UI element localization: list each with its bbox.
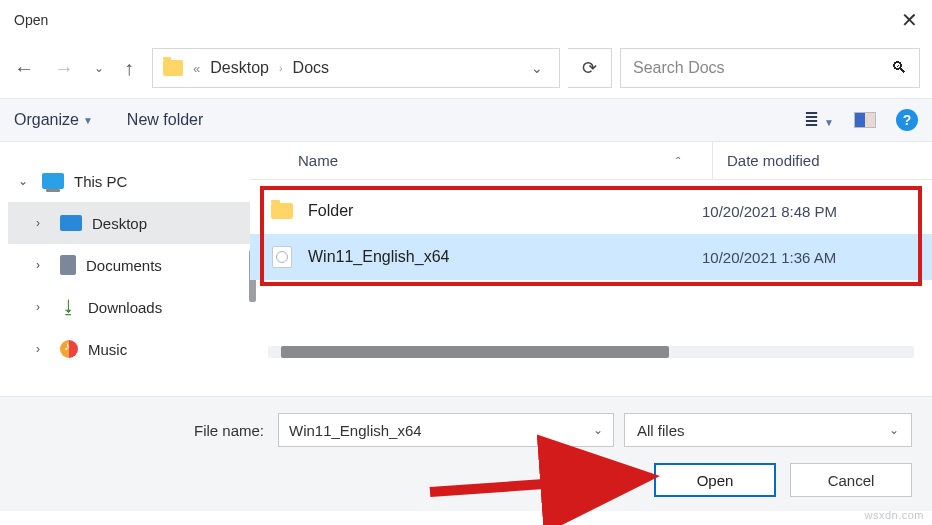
cancel-button[interactable]: Cancel bbox=[790, 463, 912, 497]
column-headers: Name ⌃ Date modified bbox=[250, 142, 932, 180]
file-row-iso[interactable]: Win11_English_x64 10/20/2021 1:36 AM bbox=[250, 234, 932, 280]
chevron-down-icon: ▼ bbox=[83, 115, 93, 126]
chevron-right-icon: › bbox=[36, 258, 50, 272]
nav-row: ← → ⌄ ↑ « Desktop › Docs ⌄ ⟳ Search Docs… bbox=[0, 38, 932, 98]
sidebar-item-label: Downloads bbox=[88, 299, 162, 316]
sidebar: ⌄ This PC › Desktop › Documents › ⭳ Down… bbox=[0, 142, 250, 396]
chevron-down-icon[interactable]: ⌄ bbox=[531, 60, 543, 76]
breadcrumb-root[interactable]: Desktop bbox=[210, 59, 269, 77]
dialog-title: Open bbox=[14, 12, 48, 28]
music-icon bbox=[60, 340, 78, 358]
search-placeholder: Search Docs bbox=[633, 59, 725, 77]
folder-icon bbox=[163, 60, 183, 76]
horizontal-scrollbar[interactable] bbox=[268, 346, 914, 358]
filename-value: Win11_English_x64 bbox=[289, 422, 422, 439]
new-folder-button[interactable]: New folder bbox=[127, 111, 203, 129]
file-date: 10/20/2021 1:36 AM bbox=[702, 249, 932, 266]
filename-label: File name: bbox=[194, 422, 264, 439]
filetype-select[interactable]: All files ⌄ bbox=[624, 413, 912, 447]
search-input[interactable]: Search Docs 🔍︎ bbox=[620, 48, 920, 88]
refresh-icon: ⟳ bbox=[582, 57, 597, 79]
filetype-value: All files bbox=[637, 422, 685, 439]
footer: File name: Win11_English_x64 ⌄ All files… bbox=[0, 396, 932, 511]
disc-image-icon bbox=[272, 246, 292, 268]
help-icon[interactable]: ? bbox=[896, 109, 918, 131]
chevron-right-icon: › bbox=[279, 62, 283, 74]
toolbar: Organize ▼ New folder ≣ ▼ ? bbox=[0, 98, 932, 142]
breadcrumb-current[interactable]: Docs bbox=[293, 59, 329, 77]
close-icon[interactable]: ✕ bbox=[901, 8, 918, 32]
column-date[interactable]: Date modified bbox=[712, 142, 932, 179]
refresh-button[interactable]: ⟳ bbox=[568, 48, 612, 88]
file-name: Win11_English_x64 bbox=[308, 248, 702, 266]
sidebar-item-this-pc[interactable]: ⌄ This PC bbox=[8, 160, 250, 202]
open-button[interactable]: Open bbox=[654, 463, 776, 497]
up-icon[interactable]: ↑ bbox=[124, 58, 134, 78]
chevron-right-icon: › bbox=[36, 342, 50, 356]
nav-arrows: ← → ⌄ ↑ bbox=[14, 58, 144, 78]
chevron-down-icon: ⌄ bbox=[18, 174, 32, 188]
filename-input[interactable]: Win11_English_x64 ⌄ bbox=[278, 413, 614, 447]
chevron-right-icon: › bbox=[36, 300, 50, 314]
view-menu[interactable]: ≣ ▼ bbox=[804, 109, 834, 131]
search-icon: 🔍︎ bbox=[891, 59, 907, 77]
sidebar-item-documents[interactable]: › Documents bbox=[8, 244, 250, 286]
desktop-icon bbox=[60, 215, 82, 231]
file-row-folder[interactable]: Folder 10/20/2021 8:48 PM bbox=[250, 188, 932, 234]
file-name: Folder bbox=[308, 202, 702, 220]
preview-pane-button[interactable] bbox=[854, 112, 876, 128]
document-icon bbox=[60, 255, 76, 275]
sidebar-item-label: Desktop bbox=[92, 215, 147, 232]
file-list: Name ⌃ Date modified Folder 10/20/2021 8… bbox=[250, 142, 932, 396]
sidebar-item-downloads[interactable]: › ⭳ Downloads bbox=[8, 286, 250, 328]
sidebar-item-desktop[interactable]: › Desktop bbox=[8, 202, 250, 244]
scrollbar-thumb[interactable] bbox=[281, 346, 669, 358]
folder-icon bbox=[271, 203, 293, 219]
main-area: ⌄ This PC › Desktop › Documents › ⭳ Down… bbox=[0, 142, 932, 396]
sidebar-item-label: Music bbox=[88, 341, 127, 358]
chevron-down-icon[interactable]: ⌄ bbox=[889, 423, 899, 437]
back-icon[interactable]: ← bbox=[14, 58, 34, 78]
file-date: 10/20/2021 8:48 PM bbox=[702, 203, 932, 220]
column-name[interactable]: Name ⌃ bbox=[250, 152, 712, 169]
organize-menu[interactable]: Organize ▼ bbox=[14, 111, 93, 129]
download-icon: ⭳ bbox=[60, 298, 78, 316]
watermark: wsxdn.com bbox=[864, 509, 924, 521]
sidebar-item-label: This PC bbox=[74, 173, 127, 190]
sidebar-item-label: Documents bbox=[86, 257, 162, 274]
chevron-down-icon[interactable]: ⌄ bbox=[593, 423, 603, 437]
titlebar: Open ✕ bbox=[0, 0, 932, 38]
forward-icon[interactable]: → bbox=[54, 58, 74, 78]
sidebar-item-music[interactable]: › Music bbox=[8, 328, 250, 370]
recent-locations-icon[interactable]: ⌄ bbox=[94, 62, 104, 74]
sort-asc-icon: ⌃ bbox=[674, 155, 682, 166]
pc-icon bbox=[42, 173, 64, 189]
chevron-right-icon: › bbox=[36, 216, 50, 230]
breadcrumb-overflow-icon[interactable]: « bbox=[193, 61, 200, 76]
breadcrumb[interactable]: « Desktop › Docs ⌄ bbox=[152, 48, 560, 88]
